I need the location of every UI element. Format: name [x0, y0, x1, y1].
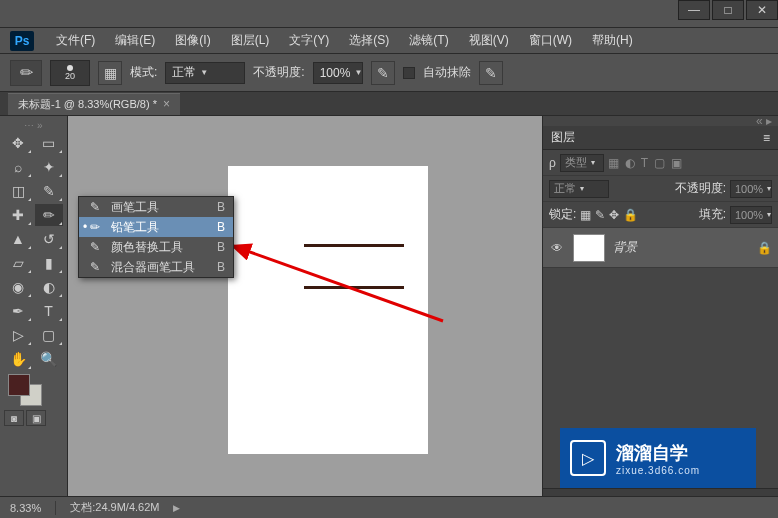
status-menu-arrow[interactable]: ▶: [173, 503, 180, 513]
crop-tool[interactable]: ◫: [4, 180, 32, 202]
lasso-tool[interactable]: ⌕: [4, 156, 32, 178]
maximize-button[interactable]: □: [712, 0, 744, 20]
clone-stamp-tool[interactable]: ▲: [4, 228, 32, 250]
color-replace-icon: ✎: [87, 240, 103, 254]
gradient-tool[interactable]: ▮: [35, 252, 63, 274]
menu-select[interactable]: 选择(S): [339, 28, 399, 53]
watermark-banner: ▷ 溜溜自学 zixue.3d66.com: [560, 428, 756, 488]
menu-window[interactable]: 窗口(W): [519, 28, 582, 53]
lock-all-icon[interactable]: 🔒: [623, 208, 638, 222]
layer-opacity-label: 不透明度:: [675, 180, 726, 197]
menu-help[interactable]: 帮助(H): [582, 28, 643, 53]
menu-type[interactable]: 文字(Y): [279, 28, 339, 53]
filter-kind-icon[interactable]: ρ: [549, 156, 556, 170]
quick-mask-toggle[interactable]: ◙: [4, 410, 24, 426]
layer-row-background[interactable]: 👁 背景 🔒: [543, 228, 778, 268]
lock-pixels-icon[interactable]: ✎: [595, 208, 605, 222]
screen-mode-toggle[interactable]: ▣: [26, 410, 46, 426]
zoom-level[interactable]: 8.33%: [10, 502, 41, 514]
hand-tool[interactable]: ✋: [4, 348, 32, 370]
tab-close-button[interactable]: ×: [163, 97, 170, 111]
brush-tool-flyout: ✎ 画笔工具 B ✏ 铅笔工具 B ✎ 颜色替换工具 B ✎ 混合器画笔工具 B: [78, 196, 234, 278]
layer-thumbnail[interactable]: [573, 234, 605, 262]
path-selection-tool[interactable]: ▷: [4, 324, 32, 346]
close-button[interactable]: ✕: [746, 0, 778, 20]
chevron-down-icon: ▼: [200, 68, 208, 77]
menu-file[interactable]: 文件(F): [46, 28, 105, 53]
ps-logo[interactable]: Ps: [10, 31, 34, 51]
menu-edit[interactable]: 编辑(E): [105, 28, 165, 53]
magic-wand-tool[interactable]: ✦: [35, 156, 63, 178]
visibility-toggle-icon[interactable]: 👁: [549, 241, 565, 255]
filter-smart-icon[interactable]: ▣: [671, 156, 682, 170]
canvas-area[interactable]: [68, 116, 542, 518]
tablet-pressure-opacity-icon[interactable]: ✎: [371, 61, 395, 85]
move-tool[interactable]: ✥: [4, 132, 32, 154]
lock-icon: 🔒: [757, 241, 772, 255]
blend-mode-select[interactable]: 正常 ▼: [165, 62, 245, 84]
minimize-button[interactable]: —: [678, 0, 710, 20]
chevron-down-icon: ▼: [354, 68, 362, 77]
spot-healing-tool[interactable]: ✚: [4, 204, 32, 226]
window-controls: — □ ✕: [676, 0, 778, 27]
doc-size-label[interactable]: 文档:24.9M/4.62M: [70, 500, 159, 515]
dodge-tool[interactable]: ◐: [35, 276, 63, 298]
layer-filter-row: ρ 类型 ▾ ▦ ◐ T ▢ ▣: [543, 150, 778, 176]
menu-filter[interactable]: 滤镜(T): [399, 28, 458, 53]
foreground-color[interactable]: [8, 374, 30, 396]
panel-menu-icon[interactable]: ≡: [763, 131, 770, 145]
document-tab[interactable]: 未标题-1 @ 8.33%(RGB/8) * ×: [8, 93, 180, 115]
title-bar: — □ ✕: [0, 0, 778, 28]
panel-collapse-handle[interactable]: « ▸: [543, 116, 778, 126]
opacity-field[interactable]: 100% ▼: [313, 62, 363, 84]
chevron-down-icon: ▾: [591, 158, 595, 167]
layer-fill-field[interactable]: 100%▾: [730, 206, 772, 224]
document-tab-title: 未标题-1 @ 8.33%(RGB/8) *: [18, 97, 157, 112]
menu-layer[interactable]: 图层(L): [221, 28, 280, 53]
eraser-tool[interactable]: ▱: [4, 252, 32, 274]
lock-label: 锁定:: [549, 206, 576, 223]
auto-erase-checkbox[interactable]: [403, 67, 415, 79]
annotation-arrow: [228, 236, 448, 326]
flyout-pencil-tool[interactable]: ✏ 铅笔工具 B: [79, 217, 233, 237]
flyout-shortcut: B: [217, 200, 225, 214]
filter-type-icon[interactable]: T: [641, 156, 648, 170]
brush-preset-picker[interactable]: 20: [50, 60, 90, 86]
rectangle-tool[interactable]: ▢: [35, 324, 63, 346]
rectangular-marquee-tool[interactable]: ▭: [35, 132, 63, 154]
type-tool[interactable]: T: [35, 300, 63, 322]
brush-tool[interactable]: ✏: [35, 204, 63, 226]
flyout-brush-tool[interactable]: ✎ 画笔工具 B: [79, 197, 233, 217]
pen-tool[interactable]: ✒: [4, 300, 32, 322]
layer-name[interactable]: 背景: [613, 239, 749, 256]
tool-preset-picker[interactable]: ✏: [10, 60, 42, 86]
filter-type-select[interactable]: 类型 ▾: [560, 154, 604, 172]
blur-tool[interactable]: ◉: [4, 276, 32, 298]
zoom-tool[interactable]: 🔍: [35, 348, 63, 370]
lock-transparency-icon[interactable]: ▦: [580, 208, 591, 222]
filter-adjust-icon[interactable]: ◐: [625, 156, 635, 170]
layer-blend-mode-select[interactable]: 正常 ▾: [549, 180, 609, 198]
layer-opacity-field[interactable]: 100%▾: [730, 180, 772, 198]
color-swatches[interactable]: [2, 372, 65, 408]
flyout-label: 画笔工具: [111, 199, 209, 216]
flyout-color-replace-tool[interactable]: ✎ 颜色替换工具 B: [79, 237, 233, 257]
flyout-mixer-brush-tool[interactable]: ✎ 混合器画笔工具 B: [79, 257, 233, 277]
layers-panel-tab[interactable]: 图层 ≡: [543, 126, 778, 150]
flyout-shortcut: B: [217, 240, 225, 254]
filter-pixel-icon[interactable]: ▦: [608, 156, 619, 170]
eyedropper-tool[interactable]: ✎: [35, 180, 63, 202]
toolbox-handle[interactable]: ⋯ »: [2, 120, 65, 130]
menu-view[interactable]: 视图(V): [459, 28, 519, 53]
history-brush-tool[interactable]: ↺: [35, 228, 63, 250]
lock-position-icon[interactable]: ✥: [609, 208, 619, 222]
flyout-label: 铅笔工具: [111, 219, 209, 236]
mixer-brush-icon: ✎: [87, 260, 103, 274]
blend-opacity-row: 正常 ▾ 不透明度: 100%▾: [543, 176, 778, 202]
layers-panel-title: 图层: [551, 129, 575, 146]
filter-shape-icon[interactable]: ▢: [654, 156, 665, 170]
menu-image[interactable]: 图像(I): [165, 28, 220, 53]
brush-panel-toggle[interactable]: ▦: [98, 61, 122, 85]
opacity-label: 不透明度:: [253, 64, 304, 81]
tablet-pressure-size-icon[interactable]: ✎: [479, 61, 503, 85]
